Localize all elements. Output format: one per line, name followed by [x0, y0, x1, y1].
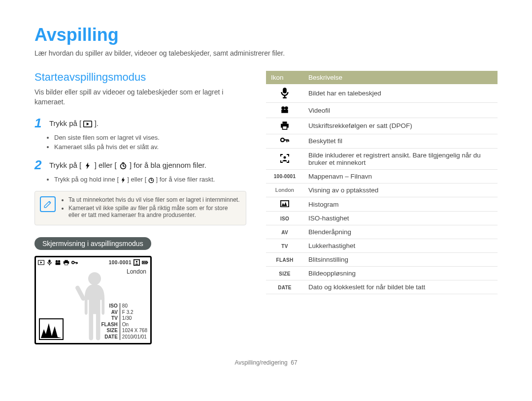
svg-marker-51 — [282, 202, 288, 206]
table-header: Ikon — [266, 71, 303, 84]
tv-text-icon: TV — [281, 244, 288, 249]
step-1: 1 Trykk på [ ]. Den siste filen som er l… — [34, 116, 246, 151]
play-icon — [38, 259, 44, 266]
table-desc: Blitsinnstilling — [303, 253, 498, 267]
step-text: Trykk på [ — [49, 119, 81, 127]
table-desc: Bildet har en talebeskjed — [303, 84, 498, 103]
table-desc: Utskriftsrekkefølgen er satt (DPOF) — [303, 118, 498, 134]
info-block: ISO80 AVF 3.2 TV1/30 FLASHOn SIZE1024 X … — [98, 303, 147, 340]
step-bullet: Trykk på og hold inne [ ] eller [ ] for … — [54, 176, 246, 183]
face-icon — [133, 259, 140, 266]
table-header: Beskrivelse — [303, 71, 498, 84]
svg-point-49 — [284, 156, 286, 158]
svg-rect-20 — [65, 260, 68, 261]
svg-point-45 — [281, 138, 284, 142]
svg-rect-33 — [147, 262, 148, 263]
svg-point-34 — [88, 273, 101, 285]
iso-text-icon: ISO — [280, 216, 289, 221]
svg-marker-35 — [41, 323, 62, 338]
svg-point-17 — [56, 260, 58, 263]
step-number: 2 — [34, 157, 45, 173]
subsection-pill: Skjermvisning i avspillingsmodus — [34, 237, 151, 250]
movie-icon — [280, 106, 289, 114]
svg-rect-32 — [145, 262, 146, 263]
info-key: FLASH — [98, 322, 120, 328]
info-value: F 3.2 — [120, 309, 133, 316]
info-key: TV — [98, 315, 120, 322]
table-desc: Bildeoppløsning — [303, 267, 498, 280]
footer-label: Avspilling/redigering — [234, 359, 287, 366]
page-intro: Lær hvordan du spiller av bilder, videoe… — [34, 49, 498, 57]
mic-icon — [46, 259, 53, 266]
location-text-icon: London — [275, 187, 295, 193]
table-desc: Dato og klokkeslett for når bildet ble t… — [303, 280, 498, 294]
timer-icon — [148, 177, 154, 183]
date-text-icon: DATE — [278, 285, 292, 290]
svg-point-28 — [136, 261, 137, 262]
table-desc: Visning av o pptakssted — [303, 183, 498, 197]
timer-icon — [119, 162, 128, 169]
svg-rect-22 — [65, 263, 68, 265]
note-box: Ta ut minnekortet hvis du vil vise filer… — [34, 191, 246, 225]
table-row: ISOISO-hastighet — [266, 212, 498, 225]
info-value: 80 — [120, 303, 128, 309]
svg-point-40 — [285, 106, 288, 110]
table-row: Bildet har en talebeskjed — [266, 84, 498, 103]
svg-point-18 — [58, 260, 61, 263]
step-text: Trykk på [ — [49, 161, 81, 169]
svg-rect-42 — [283, 122, 287, 124]
step-bullet: Den siste filen som er lagret vil vises. — [54, 134, 246, 141]
table-desc: Videofil — [303, 103, 498, 118]
info-key: SIZE — [98, 328, 120, 334]
page-footer: Avspilling/redigering 67 — [34, 359, 498, 366]
footer-page-number: 67 — [291, 359, 297, 366]
histogram-icon — [280, 200, 289, 208]
page-title: Avspilling — [34, 25, 498, 45]
print-icon — [63, 259, 69, 266]
table-row: Videofil — [266, 103, 498, 118]
icon-description-table: Ikon Beskrivelse Bildet har en talebeskj… — [266, 71, 498, 294]
table-row: 100-0001Mappenavn – Filnavn — [266, 169, 498, 183]
info-key: AV — [98, 309, 120, 316]
step-text: ] for å bla gjennom filer. — [130, 161, 206, 169]
table-desc: Bilde inkluderer et registrert ansikt. B… — [303, 148, 498, 169]
table-row: Bilde inkluderer et registrert ansikt. B… — [266, 148, 498, 169]
play-icon — [83, 121, 92, 127]
right-column: Ikon Beskrivelse Bildet har en talebeskj… — [266, 71, 498, 344]
svg-marker-2 — [86, 162, 90, 169]
location-label: London — [127, 268, 146, 275]
info-value: 1/30 — [120, 315, 132, 322]
histogram-icon — [39, 318, 64, 340]
movie-icon — [55, 259, 61, 266]
svg-rect-19 — [56, 263, 61, 265]
info-key: DATE — [98, 334, 120, 340]
table-row: TVLukkerhastighet — [266, 239, 498, 253]
table-desc: ISO-hastighet — [303, 212, 498, 225]
svg-rect-44 — [283, 126, 287, 129]
playback-screen-preview: 100-0001 London ISO80 AVF 3.2 TV1/30 — [34, 256, 152, 344]
table-desc: Blenderåpning — [303, 225, 498, 239]
table-row: DATEDato og klokkeslett for når bildet b… — [266, 280, 498, 294]
table-row: FLASHBlitsinnstilling — [266, 253, 498, 267]
section-title: Starteavspillingsmodus — [34, 71, 246, 84]
section-subtitle: Vis bilder eller spill av videoer og tal… — [34, 88, 246, 107]
flash-text-icon: FLASH — [276, 257, 294, 263]
info-value: 1024 X 768 — [120, 328, 147, 334]
note-icon — [40, 196, 56, 212]
table-row: LondonVisning av o pptakssted — [266, 183, 498, 197]
svg-marker-14 — [40, 262, 42, 264]
svg-rect-15 — [48, 260, 50, 263]
key-icon — [280, 137, 289, 145]
battery-icon — [142, 259, 148, 266]
step-text: ]. — [95, 119, 99, 127]
table-row: Histogram — [266, 197, 498, 211]
file-id-label: 100-0001 — [109, 260, 132, 265]
print-icon — [280, 121, 289, 129]
svg-point-23 — [72, 261, 74, 264]
face-icon — [280, 154, 289, 162]
svg-marker-7 — [121, 177, 125, 183]
table-desc: Histogram — [303, 197, 498, 211]
key-icon — [71, 259, 78, 266]
info-value: 2010/01/01 — [120, 334, 147, 340]
step-2: 2 Trykk på [ ] eller [ ] for å bla gjenn… — [34, 157, 246, 183]
